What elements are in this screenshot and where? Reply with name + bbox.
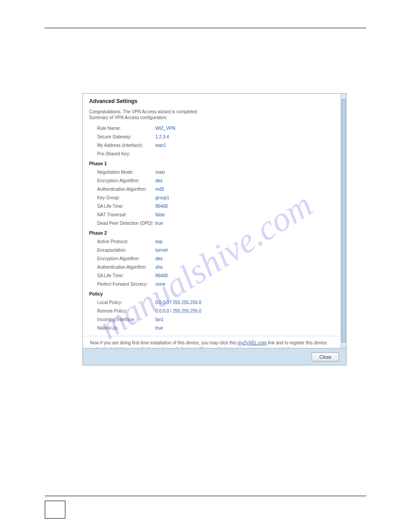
field-value: wan1	[155, 142, 166, 149]
field-row: NAT Traversal:false	[89, 210, 334, 219]
field-label: My Address (interface):	[97, 142, 155, 149]
field-row: Local Policy:0.0.0.0 / 255.255.255.0	[89, 298, 334, 307]
close-button[interactable]: Close	[312, 352, 339, 361]
field-value: WIZ_VPN	[155, 125, 175, 132]
field-row: Incoming Interface:lan1	[89, 315, 334, 324]
field-row: Key Group:group1	[89, 193, 334, 202]
top-fields-group: Rule Name:WIZ_VPN Secure Gateway:1.2.3.4…	[89, 124, 334, 158]
field-row: Dead Peer Detection (DPD):true	[89, 219, 334, 227]
field-label: Dead Peer Detection (DPD):	[97, 220, 155, 227]
field-value: true	[155, 220, 163, 227]
field-value: lan1	[155, 316, 164, 323]
intro-text: Congratulations. The VPN Access wizard i…	[89, 109, 334, 120]
field-row: SA Life Time:86400	[89, 271, 334, 280]
field-label: SA Life Time:	[97, 272, 155, 279]
field-label: Remote Policy:	[97, 308, 155, 314]
field-value: true	[155, 325, 163, 331]
field-label: Negotiation Mode:	[97, 169, 155, 176]
field-row: Encryption Algorithm:des	[89, 254, 334, 263]
phase2-group: Active Protocol:esp Encapsulation:tunnel…	[89, 237, 334, 288]
field-row: My Address (interface):wan1	[89, 141, 334, 150]
field-label: Encryption Algorithm:	[97, 177, 155, 184]
field-value: tunnel	[155, 247, 167, 253]
field-label: Local Policy:	[97, 299, 155, 306]
field-value: sha	[155, 264, 163, 270]
field-value: esp	[155, 238, 163, 245]
note-pre: Now if you are doing first time installa…	[90, 340, 236, 345]
field-value: group1	[155, 194, 169, 201]
field-label: Encryption Algorithm:	[97, 255, 155, 262]
field-label: Authentication Algorithm:	[97, 264, 155, 270]
intro-line-2: Summary of VPN Access configuration:	[89, 115, 167, 120]
field-value: md5	[155, 186, 164, 193]
intro-line-1: Congratulations. The VPN Access wizard i…	[89, 109, 197, 114]
panel-content: Advanced Settings Congratulations. The V…	[83, 94, 341, 348]
field-row: Rule Name:WIZ_VPN	[89, 124, 334, 133]
field-row: Encapsulation:tunnel	[89, 246, 334, 254]
field-value: none	[155, 281, 165, 287]
field-value: 86400	[155, 203, 168, 210]
field-row: Nailed-Up:true	[89, 324, 334, 332]
field-value: false	[155, 211, 165, 218]
field-row: Authentication Algorithm:md5	[89, 185, 334, 193]
field-value: main	[155, 169, 165, 176]
panel-title: Advanced Settings	[89, 98, 334, 104]
field-label: Authentication Algorithm:	[97, 186, 155, 193]
field-value: 86400	[155, 272, 168, 279]
field-row: Encryption Algorithm:des	[89, 176, 334, 185]
field-value: des	[155, 177, 163, 184]
field-row: Authentication Algorithm:sha	[89, 263, 334, 271]
field-value: 1.2.3.4	[155, 133, 169, 140]
panel-footer: Close	[83, 348, 346, 365]
phase1-group: Negotiation Mode:main Encryption Algorit…	[89, 168, 334, 227]
field-value: 0.0.0.0 / 255.255.255.0	[155, 308, 201, 314]
field-row: Active Protocol:esp	[89, 237, 334, 246]
scrollbar-thumb[interactable]	[342, 99, 346, 343]
page-number-box	[45, 501, 65, 519]
field-label: Key Group:	[97, 194, 155, 201]
settings-panel: Advanced Settings Congratulations. The V…	[82, 93, 347, 365]
field-value: des	[155, 255, 163, 262]
bottom-rule	[45, 496, 366, 496]
top-rule	[45, 28, 366, 28]
field-row: Secure Gateway:1.2.3.4	[89, 133, 334, 141]
field-label: Pre-Shared Key:	[97, 150, 155, 157]
field-label: Nailed-Up:	[97, 325, 155, 331]
field-label: SA Life Time:	[97, 203, 155, 210]
field-label: NAT Traversal:	[97, 211, 155, 218]
field-row: SA Life Time:86400	[89, 202, 334, 210]
field-row: Pre-Shared Key:	[89, 150, 334, 158]
field-label: Perfect Forward Secrecy:	[97, 281, 155, 287]
policy-head: Policy	[89, 291, 334, 296]
field-label: Incoming Interface:	[97, 316, 155, 323]
policy-group: Local Policy:0.0.0.0 / 255.255.255.0 Rem…	[89, 298, 334, 332]
field-row: Remote Policy:0.0.0.0 / 255.255.255.0	[89, 307, 334, 315]
myzyxel-link[interactable]: myZyXEL.com	[238, 340, 267, 345]
phase2-head: Phase 2	[89, 230, 334, 236]
field-label: Rule Name:	[97, 125, 155, 132]
field-row: Perfect Forward Secrecy:none	[89, 280, 334, 288]
field-value: 0.0.0.0 / 255.255.255.0	[155, 299, 201, 306]
field-label: Active Protocol:	[97, 238, 155, 245]
field-label: Encapsulation:	[97, 247, 155, 253]
scrollbar[interactable]	[341, 94, 346, 348]
phase1-head: Phase 1	[89, 161, 334, 166]
field-row: Negotiation Mode:main	[89, 168, 334, 176]
divider	[83, 336, 341, 336]
field-label: Secure Gateway:	[97, 133, 155, 140]
